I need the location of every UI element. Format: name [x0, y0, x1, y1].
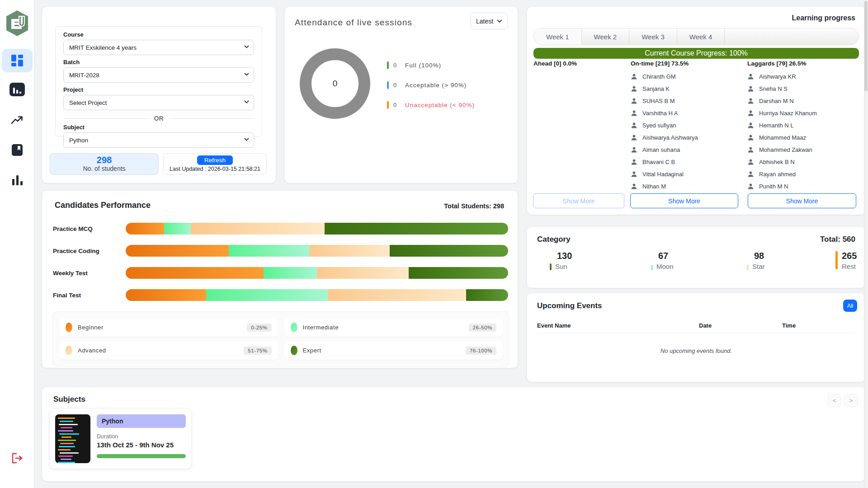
bar-chart-icon: [12, 174, 23, 185]
legend-tick: [387, 81, 389, 89]
sidebar-item-courses[interactable]: [0, 138, 34, 162]
students-count-label: No. of students: [50, 165, 158, 172]
performance-row-label: Practice MCQ: [53, 225, 126, 232]
attendance-legend: 0Full (100%)0Acceptable (> 90%)0Unaccept…: [387, 61, 475, 121]
legend-count: 0: [393, 62, 405, 69]
performance-stacked-bar: [126, 223, 508, 235]
tab-week-2[interactable]: Week 2: [582, 28, 630, 45]
person-icon: [747, 110, 754, 117]
student-name: SUHAS B M: [642, 98, 675, 104]
performance-legend-item: Expert76-100%: [284, 341, 503, 360]
course-select[interactable]: MRIT Exskilence 4 years: [63, 40, 254, 55]
tab-week-3[interactable]: Week 3: [629, 28, 677, 45]
scrollbar[interactable]: [864, 0, 868, 488]
student-name: Vittal Hadaginal: [642, 171, 684, 178]
performance-stacked-bar: [126, 289, 508, 301]
student-row: Chiranth GM: [631, 72, 744, 80]
events-all-button[interactable]: All: [843, 300, 857, 312]
bar-segment-intermediate: [206, 289, 329, 301]
logout-button[interactable]: [0, 449, 34, 467]
total-students-label: Total Students: 298: [444, 202, 504, 210]
category-value: 98: [747, 250, 765, 261]
performance-legend-item: Beginner0-25%: [59, 318, 278, 337]
chart-box-icon: [9, 83, 25, 96]
trending-up-icon: [11, 115, 24, 125]
logout-icon: [11, 453, 23, 464]
legend-label: Unacceptable (< 90%): [405, 102, 475, 108]
legend-label: Intermediate: [303, 324, 339, 331]
category-value: 67: [651, 250, 674, 261]
project-select[interactable]: Select Project: [63, 95, 254, 110]
events-header-time: Time: [782, 322, 796, 329]
legend-range-badge: 51-75%: [244, 347, 271, 355]
student-name: Sanjana K: [642, 85, 670, 92]
subject-card-python[interactable]: Python Duration 13th Oct 25 - 9th Nov 25: [50, 409, 191, 469]
batch-select[interactable]: MRIT-2028: [63, 67, 254, 83]
student-row: Nithan M: [631, 182, 744, 190]
performance-row-label: Final Test: [53, 292, 126, 299]
category-tick: [651, 265, 653, 270]
show-more-ontime-button[interactable]: Show More: [630, 193, 738, 208]
person-icon: [747, 183, 754, 190]
subject-name-chip: Python: [97, 414, 186, 428]
student-name: Aishwarya KR: [759, 73, 796, 80]
subjects-next-button[interactable]: >: [844, 394, 858, 407]
student-name: Aiman suhana: [642, 146, 680, 153]
student-name: Hurriya Naaz Khanum: [759, 110, 817, 117]
sidebar-item-trends[interactable]: [0, 108, 34, 132]
student-name: Punith M N: [759, 183, 788, 190]
student-row: SUHAS B M: [631, 97, 744, 105]
sidebar-item-reports[interactable]: [0, 78, 34, 101]
category-tick: [835, 251, 838, 269]
student-name: Abhishek B N: [759, 159, 795, 165]
category-item-rest: 265Rest: [835, 250, 857, 270]
week-tabs: Week 1Week 2Week 3Week 4: [533, 28, 859, 45]
tab-week-1[interactable]: Week 1: [534, 28, 582, 45]
project-label: Project: [63, 86, 254, 93]
subject-select[interactable]: Python: [63, 132, 254, 148]
sidebar-item-dashboard[interactable]: [2, 49, 33, 72]
person-icon: [631, 146, 637, 153]
bar-segment-intermediate: [229, 245, 309, 257]
person-icon: [631, 98, 637, 104]
attendance-panel: Attendance of live sessions Latest 0 0Fu…: [285, 7, 518, 183]
refresh-button[interactable]: Refresh: [197, 155, 233, 165]
category-tick: [747, 265, 749, 270]
performance-row: Final Test: [53, 289, 508, 301]
legend-dot: [291, 323, 297, 332]
student-row: Mohammed Zakwan: [747, 145, 860, 154]
show-more-laggards-button[interactable]: Show More: [748, 193, 856, 208]
attendance-legend-item: 0Full (100%): [387, 61, 475, 69]
subject-duration-dates: 13th Oct 25 - 9th Nov 25: [97, 441, 186, 449]
or-text: OR: [154, 115, 164, 122]
student-row: Aishwarya Aishwarya: [631, 133, 744, 141]
bar-segment-beginner: [126, 223, 164, 235]
dashboard-grid-icon: [11, 55, 23, 66]
person-icon: [747, 171, 754, 178]
student-name: Darshan M N: [759, 98, 794, 104]
category-value: 265: [842, 250, 857, 261]
person-icon: [631, 122, 637, 129]
person-icon: [631, 183, 637, 190]
attendance-filter-select[interactable]: Latest: [471, 13, 508, 29]
performance-row-label: Practice Coding: [53, 248, 126, 254]
student-row: Rayan ahmed: [747, 170, 860, 178]
student-row: Punith M N: [747, 182, 860, 190]
student-row: Bhavani C B: [631, 158, 744, 166]
scrollbar-thumb[interactable]: [864, 1, 868, 91]
student-row: Aishwarya KR: [747, 72, 860, 80]
show-more-ahead-button[interactable]: Show More: [533, 193, 624, 208]
category-item-star: 98Star: [747, 250, 765, 270]
bar-segment-expert: [390, 245, 508, 257]
tab-week-4[interactable]: Week 4: [677, 28, 725, 45]
performance-row: Practice Coding: [53, 245, 508, 257]
subjects-title: Subjects: [53, 395, 85, 404]
ontime-student-list: Chiranth GMSanjana KSUHAS B MVarshitha H…: [631, 72, 744, 194]
events-empty-message: No upcoming events found.: [527, 347, 865, 354]
exskilence-logo: [5, 10, 29, 37]
dashboard-app: Course MRIT Exskilence 4 years Batch MRI…: [0, 0, 868, 488]
sidebar-item-analytics[interactable]: [0, 168, 34, 192]
student-row: Abhishek B N: [747, 158, 860, 166]
subjects-prev-button[interactable]: <: [828, 394, 841, 407]
chevron-down-icon: [244, 138, 249, 141]
